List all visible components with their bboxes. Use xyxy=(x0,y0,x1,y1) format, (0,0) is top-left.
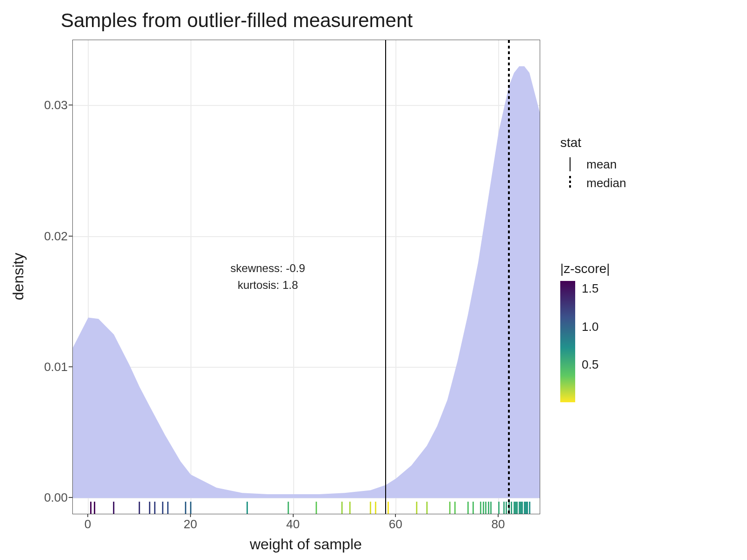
rug-tick xyxy=(162,502,163,514)
legend-stat: stat meanmedian xyxy=(560,135,626,192)
legend-stat-label: median xyxy=(586,176,626,190)
line-solid-icon xyxy=(560,157,580,171)
rug-tick xyxy=(521,502,523,514)
rug-tick xyxy=(467,502,469,514)
legend-zscore-title: |z-score| xyxy=(560,261,610,276)
line-dashed-icon xyxy=(560,176,580,190)
rug-tick xyxy=(113,502,114,514)
rug-tick xyxy=(341,502,343,514)
rug-tick xyxy=(516,502,518,514)
x-tick-label: 80 xyxy=(492,517,505,532)
y-tick-label: 0.00 xyxy=(44,490,68,505)
stats-annotation: skewness: -0.9kurtosis: 1.8 xyxy=(221,260,315,294)
chart-title: Samples from outlier-filled measurement xyxy=(61,9,413,32)
rug-tick xyxy=(472,502,474,514)
vline-mean xyxy=(385,40,386,514)
y-tick-label: 0.02 xyxy=(44,229,68,243)
rug-tick xyxy=(480,502,481,514)
rug-tick xyxy=(527,502,528,514)
x-tick-label: 60 xyxy=(389,517,402,532)
y-tick-mark xyxy=(69,105,72,105)
rug-tick xyxy=(388,502,389,514)
rug-tick xyxy=(167,502,169,514)
y-tick-mark xyxy=(69,236,72,237)
rug-tick xyxy=(139,502,140,514)
rug-tick xyxy=(449,502,451,514)
rug-tick xyxy=(426,502,428,514)
y-axis-title-text: density xyxy=(10,253,28,300)
x-tick-label: 40 xyxy=(286,517,300,532)
rug-tick xyxy=(149,502,150,514)
rug-tick xyxy=(483,502,484,514)
rug-tick xyxy=(94,502,95,514)
y-tick-mark xyxy=(69,497,72,498)
colorbar-tick-label: 1.0 xyxy=(582,319,599,334)
colorbar-tick-label: 1.5 xyxy=(582,281,599,296)
rug-tick xyxy=(288,502,289,514)
rug-tick xyxy=(349,502,351,514)
x-tick-label: 20 xyxy=(183,517,197,532)
rug-tick xyxy=(506,502,507,514)
y-tick-label: 0.03 xyxy=(44,98,68,112)
rug-tick xyxy=(316,502,317,514)
legend-stat-title: stat xyxy=(560,135,626,150)
legend-stat-label: mean xyxy=(586,157,617,172)
rug-tick xyxy=(370,502,371,514)
rug-tick xyxy=(511,502,512,514)
y-tick-label: 0.01 xyxy=(44,359,68,374)
rug-tick xyxy=(247,502,248,514)
rug-strip xyxy=(73,502,540,514)
rug-tick xyxy=(485,502,486,514)
legend-stat-entry: mean xyxy=(560,155,626,174)
rug-tick xyxy=(416,502,417,514)
chart-root: Samples from outlier-filled measurement … xyxy=(0,0,747,560)
colorbar-tick-label: 0.5 xyxy=(582,357,599,371)
x-axis-title: weight of sample xyxy=(72,536,539,553)
y-tick-mark xyxy=(69,366,72,367)
rug-tick xyxy=(90,502,92,514)
colorbar xyxy=(560,281,575,402)
legend-stat-entry: median xyxy=(560,174,626,192)
plot-panel: skewness: -0.9kurtosis: 1.8 xyxy=(72,40,540,514)
rug-tick xyxy=(190,502,191,514)
rug-tick xyxy=(488,502,489,514)
rug-tick xyxy=(490,502,492,514)
rug-tick xyxy=(154,502,155,514)
rug-tick xyxy=(498,502,500,514)
rug-tick xyxy=(185,502,186,514)
rug-tick xyxy=(454,502,456,514)
y-axis-title: density xyxy=(9,40,28,513)
rug-tick xyxy=(375,502,376,514)
legend-zscore: |z-score| 1.51.00.5 xyxy=(560,261,610,402)
vline-median xyxy=(508,40,510,514)
rug-tick xyxy=(503,502,505,514)
x-tick-label: 0 xyxy=(85,517,91,532)
rug-tick xyxy=(529,502,530,514)
